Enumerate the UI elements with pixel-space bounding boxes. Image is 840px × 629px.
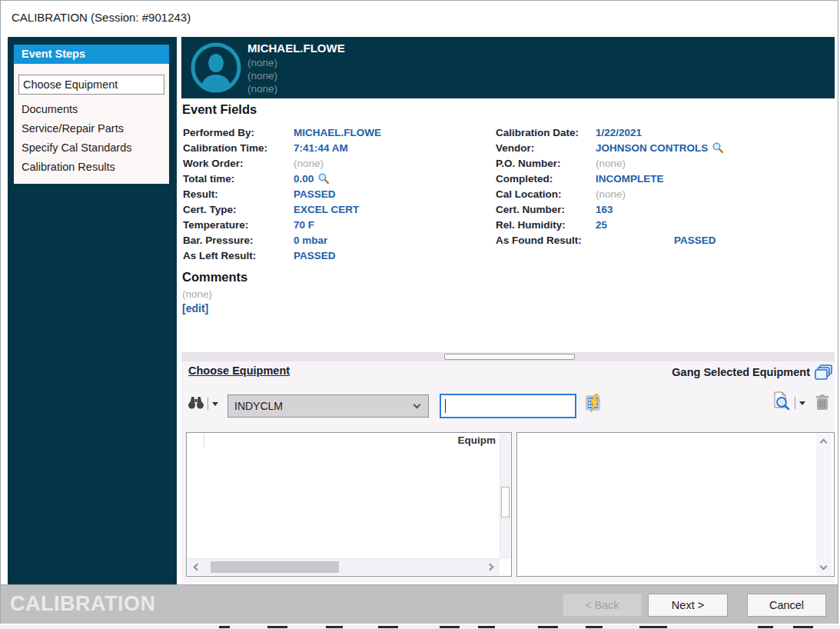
artifact-dash [639, 626, 667, 628]
field-row: Bar. Pressure:0 mbar [183, 233, 490, 248]
artifact-dash [219, 626, 230, 628]
field-row: Result:PASSED [183, 187, 490, 202]
field-value: 1/22/2021 [596, 127, 642, 138]
event-fields-title: Event Fields [182, 102, 257, 117]
back-button[interactable]: < Back [563, 594, 642, 617]
equipment-results-list[interactable]: Equipm [186, 432, 512, 577]
field-value: 0 mbar [294, 235, 327, 246]
user-subline: (none) [247, 57, 277, 68]
field-row: As Left Result:PASSED [183, 248, 490, 264]
cascade-windows-icon[interactable] [815, 364, 833, 384]
field-value: EXCEL CERT [294, 204, 359, 215]
user-subline: (none) [247, 83, 277, 95]
field-label: Result: [183, 187, 294, 202]
comments-edit-link[interactable]: [edit] [182, 302, 208, 314]
desktop-artifacts [0, 625, 840, 629]
event-steps-header: Event Steps [14, 45, 169, 64]
search-options-dropdown-arrow[interactable] [212, 402, 218, 406]
document-magnifier-icon[interactable] [772, 391, 790, 413]
scroll-up-arrow[interactable] [820, 439, 828, 447]
panel-splitter [181, 352, 835, 361]
artifact-dash [326, 626, 343, 628]
field-label: Work Order: [183, 156, 294, 171]
preview-options-dropdown-arrow[interactable] [799, 401, 805, 405]
field-value: 25 [596, 219, 607, 231]
footer-bar: CALIBRATION < Back Next > Cancel [1, 584, 838, 624]
field-row: Total time:0.00 [183, 171, 490, 187]
artifact-dash [478, 626, 495, 628]
field-row: Cert. Number:163 [496, 202, 834, 218]
field-row: Work Order:(none) [183, 156, 490, 171]
toolbar-separator [208, 398, 208, 410]
chevron-down-icon [413, 401, 421, 409]
field-value: MICHAEL.FLOWE [294, 127, 381, 138]
sidebar-item-service-repair-parts[interactable]: Service/Repair Parts [22, 121, 124, 136]
comments-title: Comments [182, 270, 247, 285]
field-value: INCOMPLETE [596, 173, 664, 185]
field-value: PASSED [294, 188, 336, 200]
field-row: Calibration Time:7:41:44 AM [183, 141, 490, 156]
column-divider [204, 434, 204, 448]
field-row: Completed:INCOMPLETE [496, 171, 834, 187]
artifact-dash [793, 626, 813, 628]
field-value: PASSED [674, 235, 716, 246]
scroll-down-arrow[interactable] [820, 563, 828, 571]
scrollbar-thumb[interactable] [501, 487, 510, 518]
field-label: Performed By: [183, 125, 294, 141]
choose-equipment-title: Choose Equipment [188, 364, 290, 377]
column-header-equipment[interactable]: Equipm [458, 434, 496, 446]
scroll-left-arrow[interactable] [194, 564, 201, 571]
event-steps-sidebar: Event Steps Choose Equipment Documents S… [8, 37, 177, 584]
next-button[interactable]: Next > [648, 594, 728, 617]
field-label: Completed: [496, 171, 596, 187]
user-header-band: MICHAEL.FLOWE (none) (none) (none) [181, 37, 835, 98]
text-caret [445, 399, 446, 413]
trash-icon[interactable] [815, 394, 830, 414]
field-row: Temperature:70 F [183, 218, 490, 233]
binoculars-icon[interactable] [188, 395, 204, 412]
magnifier-icon[interactable] [712, 142, 723, 158]
title-bar: CALIBRATION (Session: #901243) [1, 1, 838, 36]
sidebar-item-specify-cal-standards[interactable]: Specify Cal Standards [22, 140, 131, 155]
field-value: 0.00 [294, 173, 314, 185]
sidebar-item-choose-equipment[interactable]: Choose Equipment [18, 75, 164, 95]
field-label: Calibration Time: [183, 141, 294, 156]
scroll-right-arrow[interactable] [486, 564, 494, 571]
event-steps-card: Event Steps Choose Equipment Documents S… [14, 45, 169, 184]
sidebar-item-calibration-results[interactable]: Calibration Results [22, 159, 115, 175]
panel-splitter-handle[interactable] [444, 354, 575, 360]
field-label: Cal Location: [496, 187, 596, 202]
scrollbar-thumb[interactable] [211, 561, 339, 573]
field-label: As Left Result: [183, 248, 294, 264]
vertical-scrollbar[interactable] [500, 434, 510, 559]
event-fields-left-column: Performed By:MICHAEL.FLOWE Calibration T… [183, 125, 490, 264]
artifact-dash [586, 626, 603, 628]
field-row: Calibration Date:1/22/2021 [496, 125, 834, 141]
window-title: CALIBRATION (Session: #901243) [12, 11, 191, 24]
field-value: 7:41:44 AM [294, 142, 348, 154]
footer-watermark: CALIBRATION [10, 592, 155, 616]
field-label: P.O. Number: [496, 156, 596, 171]
artifact-dash [538, 626, 558, 628]
equipment-type-dropdown[interactable]: INDYCLM [227, 394, 429, 418]
selected-equipment-list[interactable] [516, 432, 835, 577]
flash-edit-icon[interactable] [586, 394, 603, 415]
field-label: As Found Result: [496, 233, 596, 248]
field-row: Rel. Humidity:25 [496, 218, 834, 233]
sidebar-item-documents[interactable]: Documents [22, 102, 78, 117]
equipment-search-input[interactable] [440, 394, 576, 418]
field-label: Cert. Type: [183, 202, 294, 218]
cancel-button[interactable]: Cancel [747, 594, 826, 617]
field-row: Vendor:JOHNSON CONTROLS [496, 141, 834, 156]
vertical-scrollbar[interactable] [816, 434, 832, 575]
field-label: Cert. Number: [496, 202, 596, 218]
field-row: P.O. Number:(none) [496, 156, 834, 171]
field-value: 70 F [294, 219, 314, 231]
person-icon [191, 42, 241, 93]
field-label: Total time: [183, 171, 294, 187]
field-label: Temperature: [183, 218, 294, 233]
horizontal-scrollbar[interactable] [188, 558, 500, 575]
magnifier-icon[interactable] [318, 173, 329, 188]
field-value: (none) [294, 158, 324, 169]
field-row: Cert. Type:EXCEL CERT [183, 202, 490, 218]
